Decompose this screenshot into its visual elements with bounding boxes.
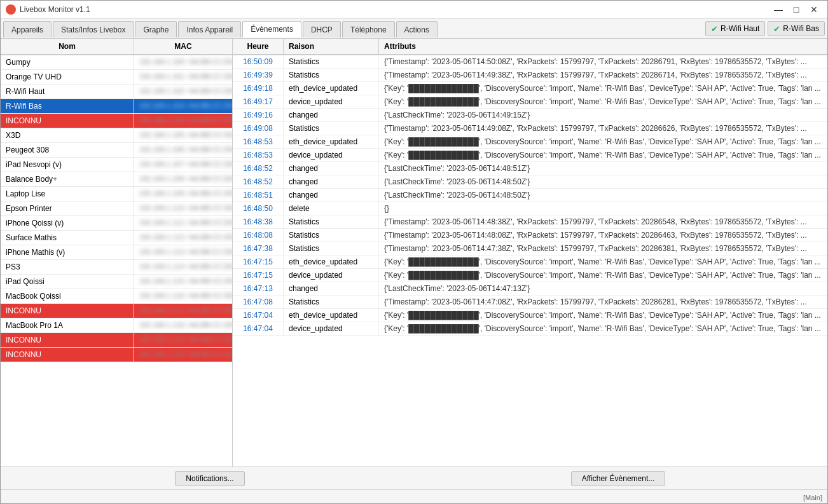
tab-evenements[interactable]: Évènements — [242, 21, 301, 37]
table-row[interactable]: 16:48:52changed{'LastCheckTime': '2023-0… — [233, 175, 827, 189]
close-button[interactable]: ✕ — [806, 3, 822, 16]
title-bar-left: Livebox Monitor v1.1 — [6, 4, 90, 15]
table-row[interactable]: R-Wifi Bas192.168.1.103 / AA:BB:CC:DD:EE… — [1, 99, 232, 114]
tab-graphe[interactable]: Graphe — [135, 21, 177, 37]
device-mac: 192.168.1.106 / AA:BB:CC:DD:EE:FF — [134, 143, 232, 157]
tab-dhcp[interactable]: DHCP — [303, 21, 341, 37]
table-row[interactable]: Peugeot 308192.168.1.106 / AA:BB:CC:DD:E… — [1, 143, 232, 158]
event-raison: Statistics — [284, 242, 379, 255]
tab-stats[interactable]: Stats/Infos Livebox — [53, 21, 134, 37]
event-heure: 16:49:08 — [233, 122, 284, 135]
device-mac: 192.168.1.112 / AA:BB:CC:DD:EE:FF — [134, 231, 232, 245]
table-row[interactable]: 16:47:04device_updated{'Key': '█████████… — [233, 322, 827, 336]
device-name: INCONNU — [1, 114, 134, 128]
app-title: Livebox Monitor v1.1 — [20, 5, 90, 14]
right-header: Heure Raison Attributs — [233, 39, 827, 55]
device-name: INCONNU — [1, 333, 134, 347]
event-heure: 16:47:15 — [233, 255, 284, 268]
device-name: Gumpy — [1, 55, 134, 69]
status-bar: [Main] — [1, 489, 827, 504]
tab-telephone[interactable]: Téléphone — [342, 21, 395, 37]
event-raison: changed — [284, 282, 379, 295]
table-row[interactable]: 16:47:15eth_device_updated{'Key': '█████… — [233, 255, 827, 269]
table-row[interactable]: INCONNU192.168.1.104 / AA:BB:CC:DD:EE:FF — [1, 114, 232, 128]
table-row[interactable]: 16:48:53eth_device_updated{'Key': '█████… — [233, 135, 827, 149]
device-name: iPhone Mathis (v) — [1, 245, 134, 259]
device-name: INCONNU — [1, 348, 134, 362]
table-row[interactable]: INCONNU192.168.1.120 / AA:BB:CC:DD:EE:FF — [1, 348, 232, 362]
minimize-button[interactable]: — — [770, 3, 787, 16]
device-name: Laptop Lise — [1, 187, 134, 201]
table-row[interactable]: Orange TV UHD192.168.1.101 / AA:BB:CC:DD… — [1, 70, 232, 85]
event-raison: eth_device_updated — [284, 255, 379, 268]
event-list[interactable]: 16:50:09Statistics{'Timestamp': '2023-05… — [233, 55, 827, 467]
device-name: R-Wifi Haut — [1, 85, 134, 99]
device-name: Epson Printer — [1, 201, 134, 215]
event-attributs: {'Timestamp': '2023-05-06T14:49:08Z', 'R… — [379, 122, 827, 135]
checkbox-tab-rwifi-haut[interactable]: ✔R-Wifi Haut — [705, 21, 765, 36]
notifications-button[interactable]: Notifications... — [175, 471, 244, 486]
table-row[interactable]: R-Wifi Haut192.168.1.102 / AA:BB:CC:DD:E… — [1, 85, 232, 99]
table-row[interactable]: Laptop Lise192.168.1.109 / AA:BB:CC:DD:E… — [1, 187, 232, 201]
tab-appareils[interactable]: Appareils — [3, 21, 52, 37]
table-row[interactable]: 16:47:04eth_device_updated{'Key': '█████… — [233, 309, 827, 322]
table-row[interactable]: Surface Mathis192.168.1.112 / AA:BB:CC:D… — [1, 231, 232, 245]
event-heure: 16:48:53 — [233, 135, 284, 148]
table-row[interactable]: MacBook Qoissi192.168.1.116 / AA:BB:CC:D… — [1, 289, 232, 304]
event-attributs: {'Key': '█████████████', 'DiscoverySourc… — [379, 95, 827, 108]
table-row[interactable]: PS3192.168.1.114 / AA:BB:CC:DD:EE:FF — [1, 260, 232, 275]
table-row[interactable]: INCONNU192.168.1.117 / AA:BB:CC:DD:EE:FF — [1, 304, 232, 318]
device-name: Orange TV UHD — [1, 70, 134, 84]
table-row[interactable]: iPad Nesvopi (v)192.168.1.107 / AA:BB:CC… — [1, 158, 232, 172]
table-row[interactable]: iPad Qoissi192.168.1.115 / AA:BB:CC:DD:E… — [1, 275, 232, 289]
device-mac: 192.168.1.114 / AA:BB:CC:DD:EE:FF — [134, 260, 232, 274]
event-attributs: {'Timestamp': '2023-05-06T14:47:38Z', 'R… — [379, 242, 827, 255]
table-row[interactable]: 16:48:51changed{'LastCheckTime': '2023-0… — [233, 189, 827, 202]
table-row[interactable]: 16:49:08Statistics{'Timestamp': '2023-05… — [233, 122, 827, 135]
table-row[interactable]: INCONNU192.168.1.119 / AA:BB:CC:DD:EE:FF — [1, 333, 232, 348]
checkbox-tab-rwifi-bas[interactable]: ✔R-Wifi Bas — [768, 21, 825, 36]
event-attributs: {'Key': '█████████████', 'DiscoverySourc… — [379, 149, 827, 161]
table-row[interactable]: X3D192.168.1.105 / AA:BB:CC:DD:EE:FF — [1, 128, 232, 143]
event-attributs: {'Timestamp': '2023-05-06T14:49:38Z', 'R… — [379, 69, 827, 81]
event-heure: 16:47:08 — [233, 296, 284, 308]
table-row[interactable]: iPhone Mathis (v)192.168.1.113 / AA:BB:C… — [1, 245, 232, 260]
table-row[interactable]: Balance Body+192.168.1.108 / AA:BB:CC:DD… — [1, 172, 232, 187]
tab-infos[interactable]: Infos Appareil — [178, 21, 241, 37]
table-row[interactable]: 16:47:08Statistics{'Timestamp': '2023-05… — [233, 296, 827, 309]
event-raison: delete — [284, 202, 379, 215]
event-heure: 16:48:50 — [233, 202, 284, 215]
rwifi-bas-label: R-Wifi Bas — [783, 24, 819, 33]
event-heure: 16:48:53 — [233, 149, 284, 161]
event-raison: Statistics — [284, 229, 379, 242]
raison-header: Raison — [284, 39, 379, 54]
device-name: MacBook Qoissi — [1, 289, 134, 303]
table-row[interactable]: 16:48:38Statistics{'Timestamp': '2023-05… — [233, 215, 827, 229]
table-row[interactable]: 16:50:09Statistics{'Timestamp': '2023-05… — [233, 55, 827, 69]
table-row[interactable]: 16:47:15device_updated{'Key': '█████████… — [233, 269, 827, 282]
table-row[interactable]: 16:49:16changed{'LastCheckTime': '2023-0… — [233, 109, 827, 122]
table-row[interactable]: iPhone Qoissi (v)192.168.1.111 / AA:BB:C… — [1, 216, 232, 231]
table-row[interactable]: 16:48:52changed{'LastCheckTime': '2023-0… — [233, 162, 827, 175]
table-row[interactable]: 16:49:18eth_device_updated{'Key': '█████… — [233, 82, 827, 95]
table-row[interactable]: Gumpy192.168.1.100 / AA:BB:CC:DD:EE:FF — [1, 55, 232, 70]
right-panel: Heure Raison Attributs 16:50:09Statistic… — [233, 39, 827, 467]
table-row[interactable]: MacBook Pro 1A192.168.1.118 / AA:BB:CC:D… — [1, 318, 232, 333]
table-row[interactable]: 16:49:17device_updated{'Key': '█████████… — [233, 95, 827, 109]
table-row[interactable]: 16:47:13changed{'LastCheckTime': '2023-0… — [233, 282, 827, 296]
table-row[interactable]: 16:48:53device_updated{'Key': '█████████… — [233, 149, 827, 162]
device-list[interactable]: Gumpy192.168.1.100 / AA:BB:CC:DD:EE:FFOr… — [1, 55, 232, 467]
event-heure: 16:47:04 — [233, 322, 284, 335]
bottom-bar: Notifications... Afficher Évènement... — [1, 467, 827, 489]
table-row[interactable]: 16:47:38Statistics{'Timestamp': '2023-05… — [233, 242, 827, 255]
event-raison: eth_device_updated — [284, 309, 379, 322]
table-row[interactable]: Epson Printer192.168.1.110 / AA:BB:CC:DD… — [1, 201, 232, 216]
maximize-button[interactable]: □ — [788, 3, 804, 16]
device-mac: 192.168.1.118 / AA:BB:CC:DD:EE:FF — [134, 318, 232, 332]
afficher-evenement-button[interactable]: Afficher Évènement... — [571, 471, 666, 486]
tab-actions[interactable]: Actions — [396, 21, 438, 37]
table-row[interactable]: 16:48:08Statistics{'Timestamp': '2023-05… — [233, 229, 827, 242]
table-row[interactable]: 16:49:39Statistics{'Timestamp': '2023-05… — [233, 69, 827, 82]
mac-header: MAC — [134, 39, 232, 54]
table-row[interactable]: 16:48:50delete{} — [233, 202, 827, 215]
